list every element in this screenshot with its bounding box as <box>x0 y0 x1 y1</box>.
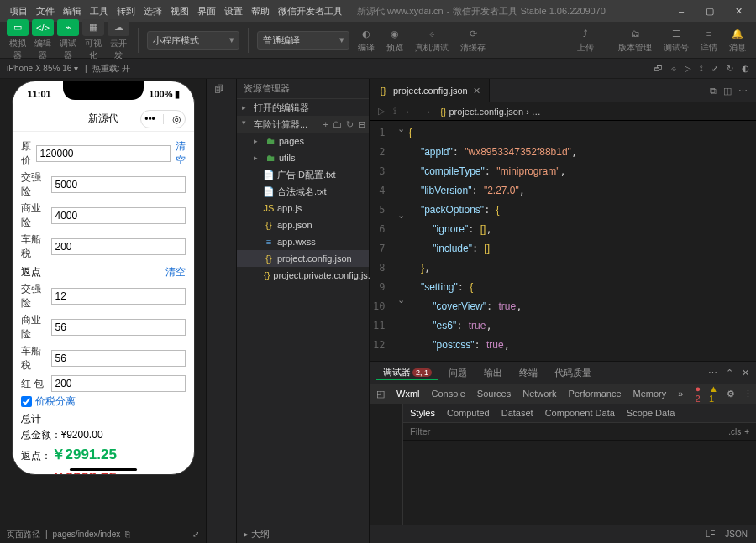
panel-close-icon[interactable]: ✕ <box>742 368 749 379</box>
devtool-tab[interactable]: Network <box>522 389 556 399</box>
menu-界面[interactable]: 界面 <box>193 3 220 20</box>
panel-up-icon[interactable]: ⌃ <box>726 368 733 379</box>
copy-icon[interactable]: ⎘ <box>125 530 130 539</box>
file-item-selected[interactable]: {}project.config.json <box>237 250 369 267</box>
icon-col-icon[interactable]: ↻ <box>727 64 733 74</box>
file-item[interactable]: {}project.private.config.js... <box>237 267 369 284</box>
devtool-tab[interactable]: Console <box>432 389 465 399</box>
run-icon[interactable]: ▷ <box>378 106 385 117</box>
split-icon[interactable]: ◫ <box>723 86 732 97</box>
file-item[interactable]: {}app.json <box>237 217 369 233</box>
debugger-toggle[interactable]: ⌁ <box>57 19 79 36</box>
menu-帮助[interactable]: 帮助 <box>247 3 274 20</box>
menu-编辑[interactable]: 编辑 <box>59 3 86 20</box>
sy-input[interactable] <box>51 207 186 224</box>
device-select[interactable]: iPhone X 85% 16 ▾ <box>7 64 78 73</box>
icon-col-icon[interactable]: ⤢ <box>711 64 718 74</box>
menu-转到[interactable]: 转到 <box>113 3 139 20</box>
devtool-tab[interactable]: Wxml <box>396 389 420 399</box>
compile-select[interactable]: 普通编译 <box>257 31 349 50</box>
file-item[interactable]: ≡app.wxss <box>237 233 369 250</box>
icon-col-icon[interactable]: ⟐ <box>671 64 676 74</box>
orig-input[interactable] <box>36 145 171 162</box>
menu-工具[interactable]: 工具 <box>86 3 113 20</box>
upload-icon[interactable]: ⤴ <box>583 26 588 41</box>
project-root[interactable]: ▾车险计算器... +🗀↻⊟ <box>237 116 369 133</box>
close-button[interactable]: ✕ <box>726 2 751 20</box>
menu-文件[interactable]: 文件 <box>32 3 59 20</box>
lang-indicator[interactable]: JSON <box>725 530 748 539</box>
compile-icon[interactable]: ◐ <box>362 26 370 41</box>
close-tab-icon[interactable]: ✕ <box>473 86 480 97</box>
details-icon[interactable]: ≡ <box>706 26 711 41</box>
hb-input[interactable] <box>51 375 186 392</box>
editor-tab[interactable]: {}project.config.json✕ <box>370 79 490 102</box>
devtool-tab[interactable]: Performance <box>569 389 622 399</box>
icon-col-icon[interactable]: ⟟ <box>700 64 703 74</box>
refresh-icon[interactable]: ↻ <box>346 119 354 130</box>
icon-col-icon[interactable]: ◐ <box>742 64 749 74</box>
styles-tab[interactable]: Component Data <box>545 408 615 418</box>
capsule[interactable]: •••◎ <box>140 110 186 128</box>
icon-col-icon[interactable]: 🗗 <box>654 64 663 74</box>
debug-tab[interactable]: 输出 <box>477 367 509 379</box>
preview-icon[interactable]: ◉ <box>391 26 399 41</box>
styles-tab[interactable]: Styles <box>410 408 435 418</box>
dv-more-icon[interactable]: ⋮ <box>743 389 753 399</box>
expand-icon[interactable]: ⤢ <box>192 530 199 539</box>
maximize-button[interactable]: ▢ <box>697 2 722 20</box>
messages-icon[interactable]: 🔔 <box>732 26 743 41</box>
new-file-icon[interactable]: + <box>323 119 328 130</box>
settings-icon[interactable]: ⚙ <box>727 389 735 399</box>
debug-tab[interactable]: 终端 <box>512 367 544 379</box>
jq-input[interactable] <box>51 176 186 193</box>
version-icon[interactable]: 🗂 <box>631 26 640 41</box>
cls-toggle[interactable]: .cls <box>728 427 741 436</box>
debug-tab[interactable]: 代码质量 <box>548 367 598 379</box>
bookmark-icon[interactable]: ⟟ <box>393 106 396 117</box>
more-tabs-icon[interactable]: » <box>678 389 683 399</box>
menu-选择[interactable]: 选择 <box>139 3 166 20</box>
ccs-input[interactable] <box>51 238 186 255</box>
compare-icon[interactable]: ⧉ <box>710 86 717 97</box>
minimize-button[interactable]: – <box>669 2 694 20</box>
back-icon[interactable]: ← <box>405 107 414 117</box>
collapse-icon[interactable]: ⊟ <box>358 119 365 130</box>
more-icon[interactable]: ⋯ <box>738 86 748 97</box>
panel-more-icon[interactable]: ⋯ <box>708 368 717 379</box>
mode-select[interactable]: 小程序模式 <box>147 31 239 50</box>
inspect-icon[interactable]: ◰ <box>376 389 385 399</box>
menu-视图[interactable]: 视图 <box>166 3 193 20</box>
editor-toggle[interactable]: </> <box>32 19 54 36</box>
file-item[interactable]: 📄合法域名.txt <box>237 183 369 200</box>
folder-utils[interactable]: ▸🖿utils <box>237 149 369 166</box>
cloud-toggle[interactable]: ☁ <box>108 19 129 36</box>
devtool-tab[interactable]: Sources <box>477 389 511 399</box>
fd-sy-input[interactable] <box>51 319 186 336</box>
outline-section[interactable]: ▸ 大纲 <box>237 525 369 543</box>
clear-link[interactable]: 清空 <box>165 265 186 279</box>
code-editor[interactable]: 123456789101112 ⌄⌄⌄ { "appid": "wx895334… <box>370 121 756 361</box>
icon-col-icon[interactable]: ▷ <box>685 64 691 74</box>
clear-cache-icon[interactable]: ⟳ <box>470 26 477 41</box>
visual-toggle[interactable]: ▦ <box>82 19 104 36</box>
file-item[interactable]: 📄广告ID配置.txt <box>237 166 369 183</box>
menu-项目[interactable]: 项目 <box>5 3 32 20</box>
fd-jq-input[interactable] <box>51 288 186 305</box>
eol-indicator[interactable]: LF <box>706 530 716 539</box>
fd-ccs-input[interactable] <box>51 350 186 367</box>
remote-debug-icon[interactable]: ⟐ <box>429 26 435 41</box>
debug-tab[interactable]: 问题 <box>442 367 474 379</box>
test-account-icon[interactable]: ☰ <box>672 26 680 41</box>
styles-tab[interactable]: Computed <box>447 408 490 418</box>
file-item[interactable]: JSapp.js <box>237 200 369 217</box>
menu-微信开发者工具[interactable]: 微信开发者工具 <box>274 3 347 20</box>
styles-tab[interactable]: Scope Data <box>627 408 675 418</box>
menu-设置[interactable]: 设置 <box>220 3 247 20</box>
styles-filter[interactable] <box>410 426 725 436</box>
debug-tab[interactable]: 调试器2, 1 <box>376 366 438 380</box>
files-icon[interactable]: 🗐 <box>214 84 229 99</box>
clear-link[interactable]: 清空 <box>176 139 186 168</box>
devtool-tab[interactable]: Memory <box>633 389 667 399</box>
simulator-toggle[interactable]: ▭ <box>7 19 29 36</box>
